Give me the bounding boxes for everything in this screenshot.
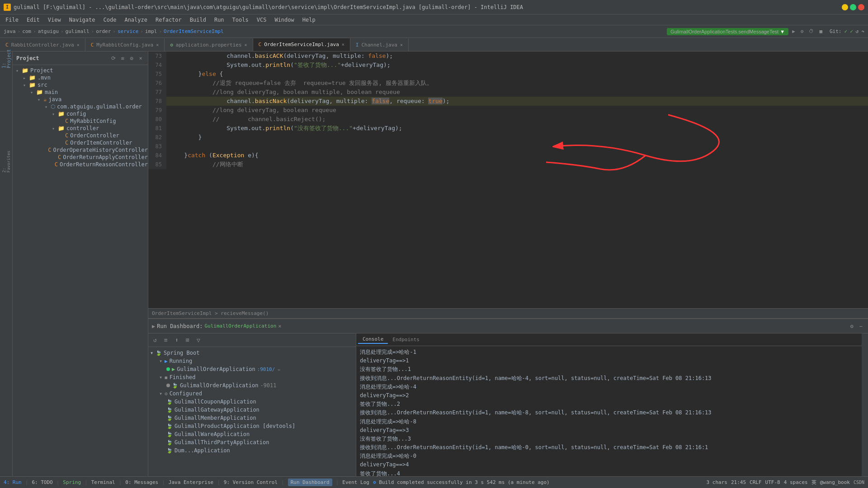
- tree-main[interactable]: ▾ 📁 main: [13, 89, 148, 96]
- run-section-finished[interactable]: ▾ ◼ Finished: [148, 373, 356, 381]
- run-close-icon[interactable]: −: [857, 323, 864, 330]
- running-port[interactable]: :9010/: [257, 366, 275, 372]
- tab-orderitem-service-impl[interactable]: C OrderItemServiceImpl.java ×: [253, 38, 350, 51]
- minimize-button[interactable]: [842, 4, 848, 10]
- rerun-button[interactable]: ↺: [150, 335, 160, 345]
- status-run-tab[interactable]: 4: Run: [4, 479, 22, 485]
- status-terminal-tab[interactable]: Terminal: [91, 479, 115, 485]
- status-vcs-tab[interactable]: 9: Version Control: [224, 479, 278, 485]
- menu-navigate[interactable]: Navigate: [66, 16, 99, 24]
- run-section-configured[interactable]: ▾ ⚙ Configured: [148, 389, 356, 398]
- sidebar-settings-icon[interactable]: ⚙: [128, 55, 135, 62]
- run-configured-member[interactable]: 🍃 GulimallMemberApplication: [148, 414, 356, 422]
- tree-orderreturnreason[interactable]: C OrderReturnReasonController: [13, 161, 148, 168]
- menu-code[interactable]: Code: [100, 16, 120, 24]
- nav-impl[interactable]: impl: [145, 28, 157, 34]
- menu-vcs[interactable]: VCS: [253, 16, 270, 24]
- tree-package[interactable]: ▾ ⬡ com.atguigu.gulimall.order: [13, 103, 148, 110]
- run-configured-gateway[interactable]: 🍃 GulimallGatewayApplication: [148, 406, 356, 414]
- tab-close-3[interactable]: ×: [342, 42, 344, 47]
- run-settings-icon[interactable]: ⚙: [848, 323, 855, 330]
- tab-myrabbitconfig[interactable]: C MyRabbitConfig.java ×: [85, 38, 165, 51]
- nav-class[interactable]: OrderItemServiceImpl: [164, 28, 223, 34]
- menu-window[interactable]: Window: [271, 16, 297, 24]
- run-configured-dum[interactable]: 🍃 Dum...Application: [148, 446, 356, 455]
- tree-orderitemcontroller[interactable]: C OrderItemController: [13, 139, 148, 146]
- nav-gulimall[interactable]: gulimall: [66, 28, 90, 34]
- code-editor[interactable]: 73 channel.basicACK(deliveryTag, multipl…: [148, 52, 868, 308]
- nav-service[interactable]: service: [118, 28, 138, 34]
- menu-view[interactable]: View: [44, 16, 65, 24]
- tree-orderreturnapply[interactable]: C OrderReturnApplyController: [13, 154, 148, 161]
- favorites-icon[interactable]: 2: Favorites: [1, 156, 12, 167]
- tree-controller[interactable]: ▾ 📁 controller: [13, 125, 148, 132]
- tree-mvn[interactable]: ▸ 📁 .mvn: [13, 74, 148, 81]
- tab-channel[interactable]: I Channel.java ×: [350, 38, 409, 51]
- run-all-button[interactable]: ≡: [161, 335, 171, 345]
- tree-java[interactable]: ▾ ☕ java: [13, 96, 148, 103]
- tree-orderoperatehistory[interactable]: C OrderOperateHistoryController: [13, 146, 148, 154]
- menu-file[interactable]: File: [2, 16, 22, 24]
- menu-refactor[interactable]: Refactor: [152, 16, 185, 24]
- tab-rabbit-controller[interactable]: C RabbitController.java ×: [0, 38, 85, 51]
- git-undo[interactable]: ↺: [856, 28, 859, 34]
- tree-config[interactable]: ▾ 📁 config: [13, 110, 148, 117]
- console-tab-console[interactable]: Console: [358, 335, 388, 344]
- git-redo[interactable]: ↷: [861, 28, 864, 34]
- debug-button[interactable]: ⚙: [799, 28, 806, 34]
- stop-button[interactable]: ■: [817, 28, 824, 34]
- run-running-app[interactable]: ▶ GulimallOrderApplication :9010/ ✏: [148, 365, 356, 373]
- line-ending[interactable]: CRLF: [750, 479, 762, 485]
- charset[interactable]: UTF-8: [765, 479, 780, 485]
- tree-ordercontroller[interactable]: C OrderController: [13, 132, 148, 139]
- menu-help[interactable]: Help: [299, 16, 319, 24]
- run-configured-thirdparty[interactable]: 🍃 GulimallThirdPartyApplication: [148, 438, 356, 446]
- run-configured-product[interactable]: 🍃 GulimallProductApplication [devtools]: [148, 422, 356, 430]
- status-eventlog-tab[interactable]: Event Log: [342, 479, 369, 485]
- run-configured-coupon[interactable]: 🍃 GulimallCouponApplication: [148, 398, 356, 406]
- nav-order[interactable]: order: [96, 28, 111, 34]
- tab-application-props[interactable]: ⚙ application.properties ×: [165, 38, 253, 51]
- console-tab-endpoints[interactable]: Endpoints: [388, 336, 424, 343]
- console-output[interactable]: 消息处理完成=>哈哈-1 deliveryTag==>1 没有签收了货物...1…: [356, 346, 862, 476]
- status-messages-tab[interactable]: 0: Messages: [125, 479, 158, 485]
- menu-tools[interactable]: Tools: [229, 16, 252, 24]
- filter-button[interactable]: ▽: [193, 335, 203, 345]
- menu-build[interactable]: Build: [186, 16, 210, 24]
- run-section-running[interactable]: ▾ ▶ Running: [148, 357, 356, 365]
- sidebar-close-icon[interactable]: ×: [137, 55, 144, 62]
- sidebar-sync-icon[interactable]: ⟳: [110, 55, 117, 62]
- run-app-close[interactable]: ×: [278, 323, 281, 329]
- status-java-enterprise-tab[interactable]: Java Enterprise: [169, 479, 213, 485]
- maximize-button[interactable]: [850, 4, 856, 10]
- run-button[interactable]: ▶: [790, 28, 797, 34]
- run-finished-app[interactable]: 🍃 GulimallOrderApplication -9011: [148, 381, 356, 389]
- edit-config-icon[interactable]: ✏: [278, 367, 280, 372]
- sidebar-collapse-icon[interactable]: ≡: [119, 55, 126, 62]
- nav-com[interactable]: com: [22, 28, 31, 34]
- console-scrollbar[interactable]: [862, 333, 868, 476]
- grid-button[interactable]: ⊞: [183, 335, 193, 345]
- profile-button[interactable]: ⏱: [807, 28, 816, 34]
- nav-java[interactable]: java: [4, 28, 16, 34]
- project-icon[interactable]: 1: Project: [1, 53, 12, 64]
- tab-close-1[interactable]: ×: [156, 42, 159, 47]
- run-app-name[interactable]: GulimallOrderApplication: [204, 323, 276, 329]
- tree-myrabbitconfig[interactable]: C MyRabbitConfig: [13, 117, 148, 125]
- tab-close-2[interactable]: ×: [245, 42, 247, 47]
- menu-analyze[interactable]: Analyze: [121, 16, 151, 24]
- run-section-springboot[interactable]: ▾ 🍃 Spring Boot: [148, 349, 356, 357]
- run-config-dropdown[interactable]: GulimallOrderApplicationTests.sendMessag…: [667, 28, 788, 35]
- nav-atguigu[interactable]: atguigu: [38, 28, 59, 34]
- tab-close-4[interactable]: ×: [400, 42, 403, 47]
- collapse-button[interactable]: ⬆: [172, 335, 182, 345]
- tree-project[interactable]: ▾ 📁 Project: [13, 67, 148, 74]
- tree-src[interactable]: ▾ 📁 src: [13, 81, 148, 89]
- menu-edit[interactable]: Edit: [23, 16, 43, 24]
- menu-run[interactable]: Run: [211, 16, 228, 24]
- status-spring-tab[interactable]: Spring: [63, 479, 81, 485]
- run-configured-ware[interactable]: 🍃 GulimallWareApplication: [148, 430, 356, 438]
- tab-close-0[interactable]: ×: [77, 42, 80, 47]
- status-todo-tab[interactable]: 6: TODO: [32, 479, 52, 485]
- close-button[interactable]: [858, 4, 864, 10]
